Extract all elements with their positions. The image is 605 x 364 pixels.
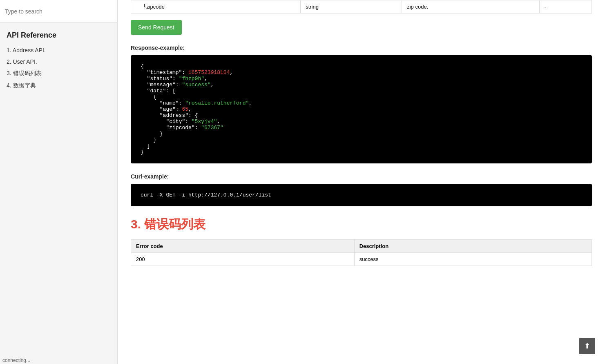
name-val: "rosalie.rutherford": [185, 100, 249, 106]
param-name: └zipcode: [131, 0, 301, 13]
message-key: "message":: [147, 82, 182, 88]
back-to-top-button[interactable]: ⬆: [579, 338, 595, 354]
timestamp-val: 1657523918104: [188, 69, 230, 76]
sidebar-item-address-api[interactable]: 1. Address API.: [7, 45, 117, 56]
address-key: "address": {: [160, 112, 198, 118]
error-code-cell: 200: [131, 253, 355, 266]
name-key: "name":: [160, 100, 185, 106]
main-content: └zipcode string zip code. - Send Request…: [118, 0, 605, 364]
error-table: Error code Description 200 success: [131, 239, 592, 266]
status-key: "status":: [147, 76, 179, 82]
data-key: "data": [: [147, 88, 176, 94]
send-request-button[interactable]: Send Request: [131, 20, 182, 35]
timestamp-key: "timestamp":: [147, 69, 188, 76]
nav-list: 1. Address API. 2. User API. 3. 错误码列表 4.…: [0, 45, 117, 92]
table-row: └zipcode string zip code. -: [131, 0, 592, 13]
param-required: -: [539, 0, 592, 13]
city-val: "5xyjv4": [192, 118, 217, 125]
response-label: Response-example:: [131, 45, 592, 51]
curl-label: Curl-example:: [131, 173, 592, 180]
message-val: "success": [182, 82, 210, 88]
sidebar-item-error-codes[interactable]: 3. 错误码列表: [7, 67, 117, 80]
zipcode-key: "zipcode":: [166, 125, 201, 131]
sidebar-item-user-api[interactable]: 2. User API.: [7, 56, 117, 67]
zipcode-val: "67367": [201, 125, 223, 131]
city-key: "city":: [166, 118, 191, 125]
response-code-block: { "timestamp": 1657523918104, "status": …: [131, 55, 592, 163]
params-table: └zipcode string zip code. -: [131, 0, 592, 13]
param-type: string: [301, 0, 402, 13]
code-brace-open: {: [141, 63, 144, 69]
sidebar: API Reference 1. Address API. 2. User AP…: [0, 0, 118, 364]
description-col-header: Description: [354, 240, 592, 253]
error-table-header-row: Error code Description: [131, 240, 592, 253]
error-code-col-header: Error code: [131, 240, 355, 253]
status-val: "fhzp9h": [179, 76, 204, 82]
section3-heading: 3. 错误码列表: [131, 216, 592, 233]
status-bar: connecting...: [0, 357, 49, 364]
age-key: "age":: [160, 106, 182, 112]
sidebar-title: API Reference: [0, 23, 117, 45]
error-table-row: 200 success: [131, 253, 592, 266]
curl-command: curl -X GET -i http://127.0.0.1/user/lis…: [141, 192, 271, 198]
age-val: 65: [182, 106, 188, 112]
search-area: [0, 0, 117, 23]
sidebar-item-data-dict[interactable]: 4. 数据字典: [7, 80, 117, 92]
search-input[interactable]: [5, 8, 112, 15]
param-description: zip code.: [402, 0, 540, 13]
error-description-cell: success: [354, 253, 592, 266]
curl-code-block: curl -X GET -i http://127.0.0.1/user/lis…: [131, 184, 592, 206]
